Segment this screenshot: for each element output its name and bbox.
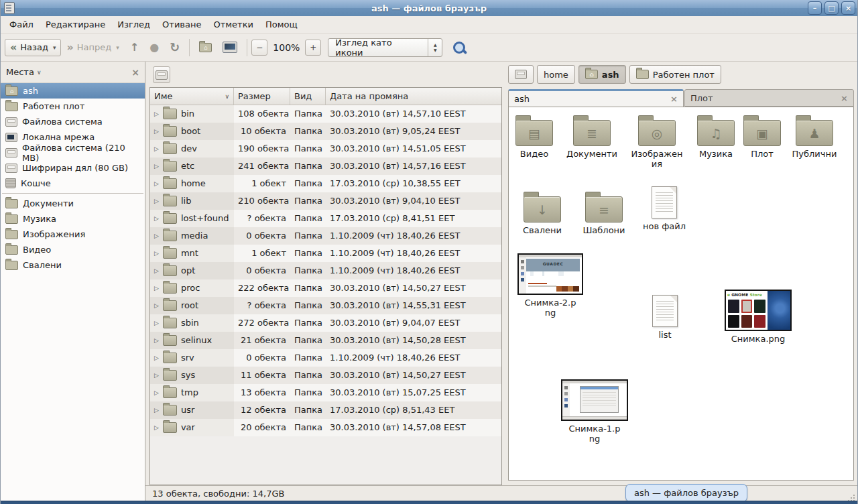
expander-icon[interactable]: ▷ xyxy=(154,297,159,314)
icon-item-list[interactable]: list xyxy=(641,295,688,340)
table-row[interactable]: ▷root? обектаПапка30.03.2010 (вт) 14,55,… xyxy=(150,297,501,314)
menu-help[interactable]: Помощ xyxy=(259,17,304,32)
table-row[interactable]: ▷lib210 обектаПапка30.03.2010 (вт) 9,04,… xyxy=(150,192,501,210)
minimize-button[interactable]: – xyxy=(808,1,822,15)
table-row[interactable]: ▷boot10 обектаПапка30.03.2010 (вт) 9,05,… xyxy=(150,123,501,140)
sidebar-item-desktop[interactable]: Работен плот xyxy=(1,99,145,114)
table-row[interactable]: ▷usr12 обектаПапка17.03.2010 (ср) 8,51,4… xyxy=(150,401,501,419)
tab-close-icon[interactable]: × xyxy=(670,94,678,104)
menu-file[interactable]: Файл xyxy=(3,17,40,32)
sidebar-item-pictures[interactable]: Изображения xyxy=(1,227,145,242)
back-dropdown-icon[interactable]: ▾ xyxy=(53,44,56,51)
reload-button[interactable]: ↻ xyxy=(164,39,185,56)
expander-icon[interactable]: ▷ xyxy=(154,279,159,297)
maximize-button[interactable]: □ xyxy=(824,1,839,15)
icon-item-desktop[interactable]: ▣ Плот xyxy=(742,113,782,159)
sidebar-mode-selector[interactable]: Места ∨ xyxy=(6,67,42,77)
table-row[interactable]: ▷srv0 обектаПапка1.10.2009 (чт) 18,40,26… xyxy=(150,349,501,367)
icon-item-snimka-1[interactable]: Снимка-1.png xyxy=(560,379,629,444)
table-row[interactable]: ▷sbin272 обектаПапка30.03.2010 (вт) 9,04… xyxy=(150,314,501,332)
icon-item-downloads[interactable]: ↓ Свалени xyxy=(514,189,570,235)
table-row[interactable]: ▷opt0 обектаПапка1.10.2009 (чт) 18,40,26… xyxy=(150,262,501,279)
expander-icon[interactable]: ▷ xyxy=(154,419,159,436)
table-row[interactable]: ▷lost+found? обектаПапка17.03.2010 (ср) … xyxy=(150,210,501,227)
icon-item-snimka[interactable]: e GNOME Store Снимка.png xyxy=(722,290,794,344)
titlebar[interactable]: ash — файлов браузър – □ × xyxy=(1,0,857,17)
path-button-ash[interactable]: ⌂ ash xyxy=(578,65,626,84)
sidebar-item-music[interactable]: Музика xyxy=(1,211,145,227)
tab-desktop[interactable]: Плот × xyxy=(684,89,854,107)
icon-item-templates[interactable]: ≡ Шаблони xyxy=(574,189,633,235)
menu-edit[interactable]: Редактиране xyxy=(40,17,111,32)
forward-button[interactable]: » Напред ▾ xyxy=(61,39,124,56)
column-header-name[interactable]: Име∨ xyxy=(150,88,234,105)
menu-view[interactable]: Изглед xyxy=(111,17,156,32)
expander-icon[interactable]: ▷ xyxy=(154,245,159,262)
icon-item-video[interactable]: ▤ Видео xyxy=(510,113,558,159)
sidebar-item-downloads[interactable]: Свалени xyxy=(1,257,145,273)
sidebar-item-video[interactable]: Видео xyxy=(1,242,145,257)
sidebar-item-filesystem[interactable]: Файлова система xyxy=(1,114,145,129)
table-row[interactable]: ▷mnt1 обектПапка1.10.2009 (чт) 18,40,26 … xyxy=(150,245,501,262)
table-row[interactable]: ▷home1 обектПапка17.03.2010 (ср) 10,38,5… xyxy=(150,175,501,192)
pane-splitter[interactable] xyxy=(502,62,508,485)
table-row[interactable]: ▷sys11 обектаПапка30.03.2010 (вт) 14,50,… xyxy=(150,367,501,384)
computer-button[interactable] xyxy=(217,39,243,56)
icon-item-public[interactable]: ♟ Публични xyxy=(784,113,845,159)
sidebar-item-ash[interactable]: ⌂ ash xyxy=(1,83,145,99)
expander-icon[interactable]: ▷ xyxy=(154,158,159,175)
table-row[interactable]: ▷bin108 обектаПапка30.03.2010 (вт) 14,57… xyxy=(150,105,501,123)
menu-bookmarks[interactable]: Отметки xyxy=(207,17,259,32)
column-header-date[interactable]: Дата на промяна xyxy=(326,88,501,105)
left-pane-root-button[interactable] xyxy=(153,66,170,83)
sidebar-item-filesystem-210mb[interactable]: Файлова система (210 MB) xyxy=(1,145,145,160)
view-mode-combobox[interactable]: Изглед като икони ▲▼ xyxy=(328,38,442,57)
table-row[interactable]: ▷media0 обектаПапка1.10.2009 (чт) 18,40,… xyxy=(150,227,501,245)
expander-icon[interactable]: ▷ xyxy=(154,262,159,279)
table-row[interactable]: ▷dev190 обектаПапка30.03.2010 (вт) 14,51… xyxy=(150,140,501,158)
icon-item-documents[interactable]: ≣ Документи xyxy=(560,113,624,159)
tab-close-icon[interactable]: × xyxy=(841,93,848,103)
search-button[interactable] xyxy=(450,39,468,56)
home-button[interactable]: ⌂ xyxy=(194,39,217,56)
expander-icon[interactable]: ▷ xyxy=(154,210,159,227)
path-button-desktop[interactable]: Работен плот xyxy=(629,65,721,84)
back-button[interactable]: « Назад ▾ xyxy=(5,39,61,56)
expander-icon[interactable]: ▷ xyxy=(154,349,159,367)
icon-item-music[interactable]: ♫ Музика xyxy=(690,113,742,159)
expander-icon[interactable]: ▷ xyxy=(154,384,159,401)
table-row[interactable]: ▷selinux21 обектаПапка30.03.2010 (вт) 14… xyxy=(150,332,501,349)
expander-icon[interactable]: ▷ xyxy=(154,332,159,349)
column-header-size[interactable]: Размер xyxy=(234,88,290,105)
path-button-root[interactable] xyxy=(508,65,534,84)
menu-go[interactable]: Отиване xyxy=(156,17,207,32)
close-button[interactable]: × xyxy=(841,1,855,15)
expander-icon[interactable]: ▷ xyxy=(154,105,159,123)
expander-icon[interactable]: ▷ xyxy=(154,192,159,210)
stop-button[interactable]: ● xyxy=(144,39,164,56)
column-header-kind[interactable]: Вид xyxy=(290,88,326,105)
sidebar-close-icon[interactable]: × xyxy=(131,67,139,78)
table-row[interactable]: ▷etc241 обектаПапка30.03.2010 (вт) 14,57… xyxy=(150,158,501,175)
icon-item-snimka-2[interactable]: GUADEC Снимка-2.png xyxy=(515,253,585,318)
expander-icon[interactable]: ▷ xyxy=(154,140,159,158)
combobox-stepper-icon[interactable]: ▲▼ xyxy=(428,39,442,56)
up-button[interactable]: ↑ xyxy=(125,39,144,56)
expander-icon[interactable]: ▷ xyxy=(154,175,159,192)
zoom-in-button[interactable]: + xyxy=(305,40,321,56)
path-button-home[interactable]: home xyxy=(537,65,575,84)
icon-item-pictures[interactable]: ◎ Изображения xyxy=(628,113,686,169)
expander-icon[interactable]: ▷ xyxy=(154,314,159,332)
tab-ash[interactable]: ash × xyxy=(508,89,684,107)
icon-item-new-file[interactable]: нов файл xyxy=(636,186,692,231)
expander-icon[interactable]: ▷ xyxy=(154,367,159,384)
table-row[interactable]: ▷var20 обектаПапка30.03.2010 (вт) 14,57,… xyxy=(150,419,501,436)
table-row[interactable]: ▷proc222 обектаПапка30.03.2010 (вт) 14,5… xyxy=(150,279,501,297)
sidebar-item-trash[interactable]: Кошче xyxy=(1,176,145,191)
expander-icon[interactable]: ▷ xyxy=(154,401,159,419)
table-row[interactable]: ▷tmp13 обектаПапка30.03.2010 (вт) 15,07,… xyxy=(150,384,501,401)
expander-icon[interactable]: ▷ xyxy=(154,227,159,245)
sidebar-item-encrypted-80gb[interactable]: Шифриран дял (80 GB) xyxy=(1,160,145,176)
expander-icon[interactable]: ▷ xyxy=(154,123,159,140)
sidebar-item-documents[interactable]: Документи xyxy=(1,196,145,211)
